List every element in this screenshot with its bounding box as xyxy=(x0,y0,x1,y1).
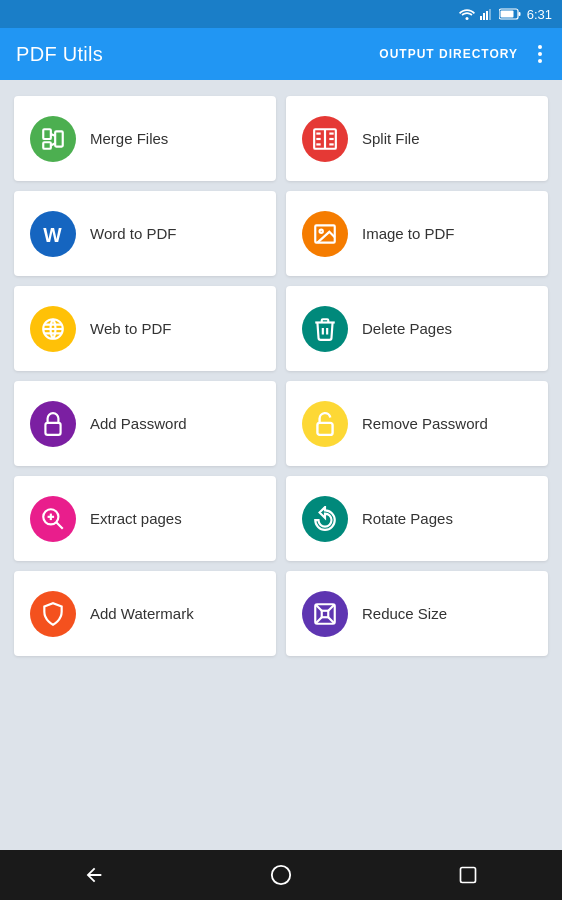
reduce-size-label: Reduce Size xyxy=(362,605,447,622)
main-content: Merge FilesSplit FileWWord to PDFImage t… xyxy=(0,80,562,850)
card-word-to-pdf[interactable]: WWord to PDF xyxy=(14,191,276,276)
remove-password-icon xyxy=(302,401,348,447)
svg-rect-6 xyxy=(518,12,520,16)
remove-password-label: Remove Password xyxy=(362,415,488,432)
merge-files-icon xyxy=(30,116,76,162)
reduce-size-icon xyxy=(302,591,348,637)
signal-icon xyxy=(480,8,494,20)
svg-rect-10 xyxy=(55,131,63,146)
add-password-label: Add Password xyxy=(90,415,187,432)
rotate-pages-label: Rotate Pages xyxy=(362,510,453,527)
card-web-to-pdf[interactable]: Web to PDF xyxy=(14,286,276,371)
svg-rect-20 xyxy=(45,422,60,434)
extract-pages-icon xyxy=(30,496,76,542)
svg-rect-4 xyxy=(489,9,491,20)
card-add-watermark[interactable]: Add Watermark xyxy=(14,571,276,656)
back-icon xyxy=(83,864,105,886)
svg-rect-2 xyxy=(483,13,485,20)
svg-rect-1 xyxy=(480,16,482,20)
status-bar: 6:31 xyxy=(0,0,562,28)
image-to-pdf-label: Image to PDF xyxy=(362,225,455,242)
svg-point-28 xyxy=(272,866,290,884)
svg-line-11 xyxy=(51,134,55,136)
add-watermark-icon xyxy=(30,591,76,637)
card-image-to-pdf[interactable]: Image to PDF xyxy=(286,191,548,276)
split-file-label: Split File xyxy=(362,130,420,147)
card-rotate-pages[interactable]: Rotate Pages xyxy=(286,476,548,561)
add-password-icon xyxy=(30,401,76,447)
svg-rect-7 xyxy=(500,11,513,18)
top-bar: PDF Utils OUTPUT DIRECTORY xyxy=(0,28,562,80)
wifi-icon xyxy=(459,8,475,20)
card-remove-password[interactable]: Remove Password xyxy=(286,381,548,466)
card-reduce-size[interactable]: Reduce Size xyxy=(286,571,548,656)
feature-grid: Merge FilesSplit FileWWord to PDFImage t… xyxy=(14,96,548,656)
svg-rect-27 xyxy=(322,610,329,617)
delete-pages-label: Delete Pages xyxy=(362,320,452,337)
back-button[interactable] xyxy=(64,855,124,895)
word-to-pdf-icon: W xyxy=(30,211,76,257)
recents-icon xyxy=(458,865,478,885)
top-bar-actions: OUTPUT DIRECTORY xyxy=(379,41,546,67)
web-to-pdf-label: Web to PDF xyxy=(90,320,171,337)
card-merge-files[interactable]: Merge Files xyxy=(14,96,276,181)
home-button[interactable] xyxy=(251,855,311,895)
card-delete-pages[interactable]: Delete Pages xyxy=(286,286,548,371)
card-extract-pages[interactable]: Extract pages xyxy=(14,476,276,561)
battery-icon xyxy=(499,8,521,20)
web-to-pdf-icon xyxy=(30,306,76,352)
svg-line-23 xyxy=(56,522,63,529)
svg-rect-21 xyxy=(317,422,332,434)
status-icons xyxy=(459,8,521,20)
home-icon xyxy=(270,864,292,886)
output-directory-button[interactable]: OUTPUT DIRECTORY xyxy=(379,47,518,61)
svg-point-0 xyxy=(465,17,468,20)
svg-point-17 xyxy=(320,229,323,232)
status-time: 6:31 xyxy=(527,7,552,22)
bottom-nav xyxy=(0,850,562,900)
more-options-button[interactable] xyxy=(534,41,546,67)
svg-text:W: W xyxy=(43,223,62,245)
svg-rect-8 xyxy=(43,129,51,139)
svg-rect-3 xyxy=(486,11,488,20)
word-to-pdf-label: Word to PDF xyxy=(90,225,176,242)
recents-button[interactable] xyxy=(438,855,498,895)
card-add-password[interactable]: Add Password xyxy=(14,381,276,466)
card-split-file[interactable]: Split File xyxy=(286,96,548,181)
svg-rect-9 xyxy=(43,142,51,149)
image-to-pdf-icon xyxy=(302,211,348,257)
delete-pages-icon xyxy=(302,306,348,352)
svg-rect-29 xyxy=(461,868,476,883)
add-watermark-label: Add Watermark xyxy=(90,605,194,622)
merge-files-label: Merge Files xyxy=(90,130,168,147)
split-file-icon xyxy=(302,116,348,162)
extract-pages-label: Extract pages xyxy=(90,510,182,527)
rotate-pages-icon xyxy=(302,496,348,542)
app-title: PDF Utils xyxy=(16,43,103,66)
